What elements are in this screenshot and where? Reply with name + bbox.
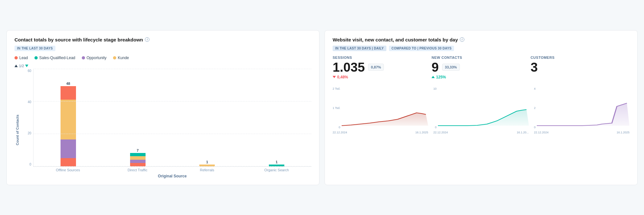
right-filter-badge[interactable]: IN THE LAST 30 DAYS | DAILY: [333, 46, 386, 51]
right-filter-bar: IN THE LAST 30 DAYS | DAILYCOMPARED TO |…: [333, 46, 630, 51]
left-title-text: Contact totals by source with lifecycle …: [14, 37, 143, 42]
mini-x-label: 16.1.2025: [617, 131, 630, 134]
bar-group: 1: [248, 160, 305, 166]
mini-chart-0: 2 Tsd.1 Tsd.0 22.12.202416.1.2025: [333, 87, 428, 134]
metric-block: NEW CONTACTS933,33% 125%: [431, 56, 530, 79]
x-axis-title: Original Source: [33, 174, 311, 178]
left-filter-badge[interactable]: IN THE LAST 30 DAYS: [14, 46, 55, 51]
mini-x-label: 22.12.2024: [534, 131, 548, 134]
mini-chart-svg: [438, 87, 529, 129]
bar-group: 48: [40, 82, 97, 166]
right-card: Website visit, new contact, and customer…: [325, 30, 638, 185]
metric-change-down: 0,48%: [333, 75, 425, 79]
mini-x-label: 16.1.20...: [517, 131, 529, 134]
legend-item: Opportunity: [82, 56, 107, 60]
bars-row: 48711: [33, 69, 311, 166]
bar-segment: [61, 158, 76, 166]
legend-item: Sales-Qualified-Lead: [34, 56, 75, 60]
mini-x-label: 22.12.2024: [333, 131, 347, 134]
grid-line: [33, 134, 311, 134]
metric-label: SESSIONS: [333, 56, 425, 59]
mini-y-label: 0: [433, 126, 437, 129]
mini-y-label: 2: [534, 106, 535, 110]
mini-y-label: 0: [333, 126, 340, 129]
metric-value-row: 1.0350,87%: [333, 61, 425, 74]
mini-chart-wrap: 2 Tsd.1 Tsd.0: [333, 87, 428, 130]
svg-marker-2: [537, 103, 630, 126]
metric-value: 9: [431, 61, 439, 74]
mini-y-labels: 100: [433, 87, 437, 129]
bar-segment: [130, 153, 146, 156]
legend: LeadSales-Qualified-LeadOpportunityKunde: [14, 56, 311, 60]
legend-label: Sales-Qualified-Lead: [39, 56, 75, 60]
mini-x-label: 16.1.2025: [415, 131, 428, 134]
mini-x-labels: 22.12.202416.1.2025: [534, 131, 630, 134]
mini-chart-1: 100 22.12.202416.1.20...: [433, 87, 529, 134]
bar-group: 1: [179, 160, 236, 166]
bar-group: 7: [109, 148, 166, 166]
left-card-title: Contact totals by source with lifecycle …: [14, 37, 311, 42]
bar-segment: [130, 156, 146, 159]
legend-dot: [14, 56, 18, 59]
legend-dot: [82, 56, 85, 59]
mini-y-label: 4: [534, 87, 535, 90]
grid-line: [33, 101, 311, 102]
next-page-icon[interactable]: [25, 65, 28, 67]
mini-chart-svg-wrap: [438, 87, 529, 130]
bar-total-label: 1: [206, 160, 208, 164]
triangle-down-icon: [333, 76, 336, 78]
x-axis-label: Organic Search: [248, 168, 305, 172]
legend-dot: [113, 56, 116, 59]
mini-x-labels: 22.12.202416.1.20...: [433, 131, 529, 134]
metric-change-badge: 0,87%: [368, 64, 384, 71]
prev-page-icon[interactable]: [14, 65, 18, 67]
y-tick: 60: [20, 69, 31, 73]
legend-label: Lead: [19, 56, 28, 60]
mini-y-label: 0: [534, 126, 535, 129]
y-tick: 40: [20, 100, 31, 104]
grid-line: [33, 166, 311, 166]
legend-label: Opportunity: [87, 56, 107, 60]
left-filter-bar: IN THE LAST 30 DAYS: [14, 46, 311, 51]
y-tick: 0: [20, 163, 31, 166]
metric-value: 1.035: [333, 61, 365, 74]
mini-chart-svg: [342, 87, 428, 129]
charts-row: 2 Tsd.1 Tsd.0 22.12.202416.1.2025100 22.…: [333, 87, 630, 134]
mini-x-labels: 22.12.202416.1.2025: [333, 131, 428, 134]
right-info-icon[interactable]: i: [460, 37, 464, 42]
mini-y-label: 2 Tsd.: [333, 87, 340, 90]
triangle-up-icon: [431, 76, 435, 78]
right-filter-badge[interactable]: COMPARED TO | PREVIOUS 30 DAYS: [389, 46, 454, 51]
legend-label: Kunde: [118, 56, 129, 60]
chart-controls: 1/2: [14, 64, 311, 68]
bar-total-label: 1: [276, 160, 278, 164]
legend-item: Lead: [14, 56, 28, 60]
bar-segment: [130, 160, 146, 163]
mini-y-label: 10: [433, 87, 437, 90]
bar-stack: [130, 153, 146, 166]
mini-y-labels: 420: [534, 87, 536, 129]
y-axis: 0204060: [20, 69, 33, 178]
x-axis-label: Offline Sources: [40, 168, 96, 172]
mini-chart-svg-wrap: [342, 87, 428, 130]
legend-dot: [34, 56, 38, 59]
metric-block: SESSIONS1.0350,87% 0,48%: [333, 56, 431, 79]
dashboard: Contact totals by source with lifecycle …: [6, 30, 638, 185]
bar-segment: [61, 139, 76, 158]
mini-chart-wrap: 100: [433, 87, 529, 130]
bar-segment: [61, 86, 76, 100]
metric-value-row: 933,33%: [431, 61, 524, 74]
metric-block: CUSTOMERS3: [531, 56, 630, 79]
grid-lines: 48711: [33, 69, 311, 167]
left-info-icon[interactable]: i: [145, 37, 149, 42]
bar-chart-area: Count of Contacts 0204060 48711 Offline …: [14, 69, 311, 178]
metric-label: NEW CONTACTS: [431, 56, 524, 59]
mini-y-labels: 2 Tsd.1 Tsd.0: [333, 87, 341, 129]
x-axis-label: Direct Traffic: [109, 168, 166, 172]
y-axis-label: Count of Contacts: [14, 69, 20, 178]
mini-y-label: 1 Tsd.: [333, 106, 340, 110]
metric-change-up: 125%: [431, 75, 524, 79]
metric-change-badge: 33,33%: [442, 64, 460, 71]
mini-chart-wrap: 420: [534, 87, 630, 130]
bar-total-label: 7: [137, 148, 139, 152]
